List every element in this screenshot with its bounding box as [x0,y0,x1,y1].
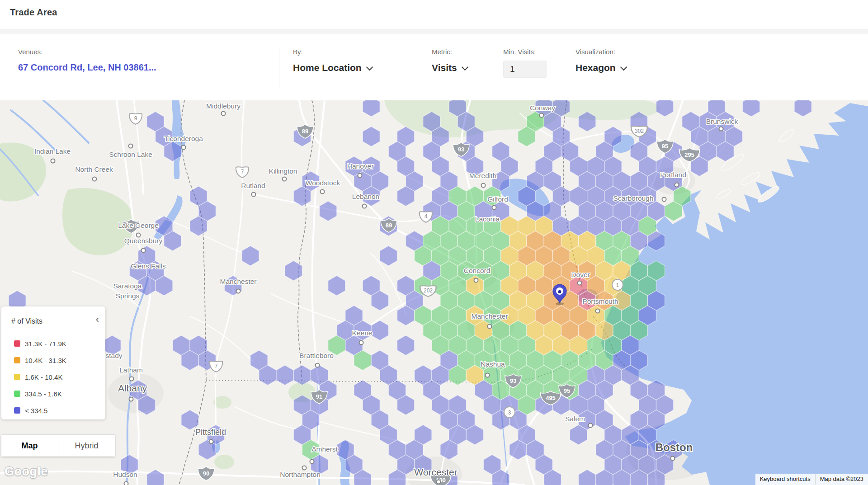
legend-swatch [14,407,20,414]
legend-swatch [14,340,20,347]
venues-link[interactable]: 67 Concord Rd, Lee, NH 03861... [18,62,156,73]
city-dot [302,466,307,470]
map-label: Dover [571,271,590,278]
map-label: Albany [118,383,147,393]
legend-swatch [14,391,20,397]
page-header: Trade Area [0,0,868,29]
svg-text:89: 89 [386,222,392,229]
map-label: Worcester [414,467,457,477]
city-dot [437,480,441,484]
legend-swatch [14,374,20,380]
city-dot [252,193,256,197]
chevron-down-icon [620,64,627,71]
map-label: Queensbury [124,237,163,245]
city-dot [142,249,146,253]
city-dot [130,377,134,381]
venues-label: Venues: [18,48,42,56]
map-label: Concord [464,267,491,274]
legend-swatch [14,357,20,363]
map-label: Manchester [472,312,508,320]
city-dot [578,281,582,285]
svg-text:9: 9 [134,115,137,122]
legend-item-4[interactable]: < 334.5 [14,406,47,415]
map-label: Manchester [220,278,257,285]
map-label: Ticonderoga [164,135,203,142]
map-label: Hudson [113,471,137,478]
map-label: Springs [116,292,140,300]
city-dot [316,363,320,367]
svg-text:495: 495 [546,395,556,401]
city-dot [662,198,666,202]
google-logo: Google [5,465,48,479]
legend-item-2[interactable]: 1.6K - 10.4K [14,372,62,381]
city-dot [363,204,367,208]
city-dot [596,309,600,313]
svg-text:90: 90 [203,470,209,477]
svg-text:202: 202 [424,287,433,294]
city-dot [589,424,593,428]
map-label: stady [105,352,122,359]
map-label: Meredith [469,172,496,179]
filter-divider [279,47,279,88]
map-label: Boston [656,441,693,453]
map-attribution: Keyboard shortcuts Map data ©2023 [755,474,868,485]
min-visits-label: Min. Visits: [503,48,536,56]
map-svg: 987778989420293933495959529530219091190M… [0,100,868,485]
map-data-text: Map data ©2023 [815,474,868,485]
page-title: Trade Area [0,0,868,18]
filter-bar: Venues: 67 Concord Rd, Lee, NH 03861... … [0,34,868,100]
svg-text:3: 3 [508,410,511,416]
svg-text:95: 95 [662,143,668,150]
svg-text:7: 7 [241,169,244,175]
svg-text:89: 89 [302,128,308,135]
map-type-control: Map Hybrid [1,435,115,457]
city-dot [51,159,55,163]
map-label: Brunswick [706,118,738,125]
map-label: Woodstock [306,179,340,187]
svg-text:4: 4 [425,213,428,220]
map-label: Keene [352,329,373,337]
keyboard-shortcuts-button[interactable]: Keyboard shortcuts [755,474,815,485]
city-dot [129,144,133,148]
legend-item-3[interactable]: 334.5 - 1.6K [14,389,62,398]
map-button[interactable]: Map [1,435,58,457]
city-dot [310,460,314,464]
legend-collapse-icon[interactable]: ‹ [96,315,99,325]
city-dot [129,397,133,401]
visualization-dropdown[interactable]: Hexagon [576,62,626,73]
legend-item-1[interactable]: 10.4K - 31.3K [14,356,66,365]
city-dot [492,206,496,210]
map-label: Glens Falls [131,262,166,270]
city-dot [321,190,325,194]
map-label: Middlebury [206,102,241,110]
city-dot [719,127,723,131]
city-dot [358,174,362,178]
city-dot [540,113,544,118]
map-label: Hanover [347,162,374,170]
map-label: Scarborough [613,194,654,202]
svg-text:93: 93 [510,377,516,384]
map-label: Portsmouth [582,297,618,305]
route-shield-icon: 1 [612,279,623,290]
metric-dropdown[interactable]: Visits [432,62,467,73]
hybrid-button[interactable]: Hybrid [58,435,115,457]
trade-area-app: Trade Area Venues: 67 Concord Rd, Lee, N… [0,0,868,485]
map-label: Killington [269,167,297,175]
map-label: Gilford [487,195,508,203]
metric-label: Metric: [432,48,452,56]
map-label: Amherst [311,445,338,453]
svg-text:91: 91 [316,393,322,400]
legend-title: # of Visits [11,317,42,325]
svg-text:95: 95 [564,387,570,394]
map-label: Saratoga [113,282,142,290]
min-visits-input[interactable] [503,61,547,78]
map-label: North Creek [75,165,113,173]
by-dropdown[interactable]: Home Location [293,62,372,73]
by-label: By: [293,48,303,56]
city-dot [474,278,478,283]
legend-item-0[interactable]: 31.3K - 71.9K [14,339,66,348]
map-label: Conway [530,104,555,112]
map-label: Latham [119,366,143,374]
map-canvas[interactable]: 987778989420293933495959529530219091190M… [0,100,868,485]
map-label: Schroon Lake [109,151,152,158]
